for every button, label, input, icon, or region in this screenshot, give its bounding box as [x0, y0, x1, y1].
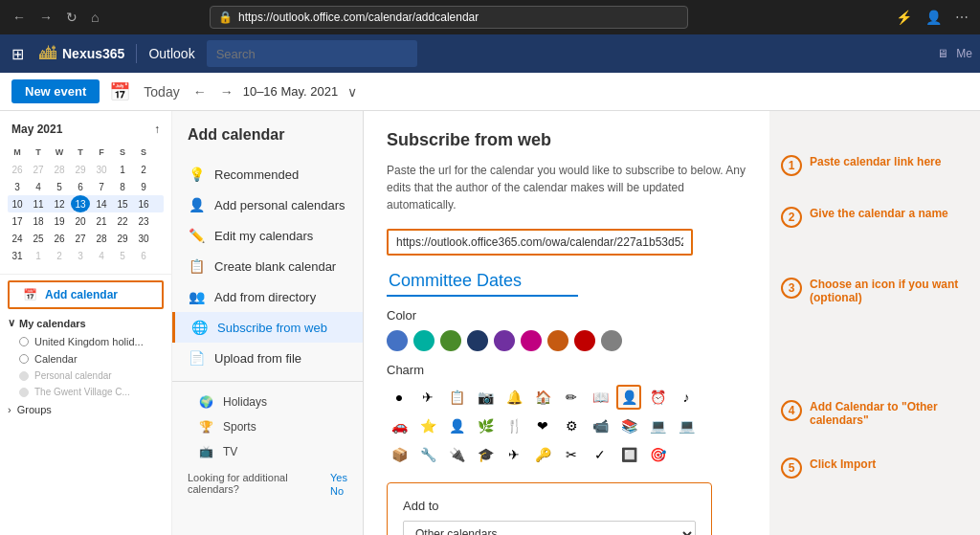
- color-red[interactable]: [574, 330, 595, 351]
- mini-cal-cell[interactable]: 6: [71, 178, 90, 195]
- mini-cal-cell[interactable]: 30: [134, 230, 153, 247]
- refresh-button[interactable]: ↻: [61, 8, 82, 27]
- mini-cal-cell[interactable]: 22: [113, 212, 132, 230]
- calendar-uk-holidays[interactable]: United Kingdom holid...: [0, 333, 171, 350]
- home-button[interactable]: ⌂: [86, 8, 103, 27]
- charm-flight[interactable]: ✈: [501, 442, 526, 467]
- search-input[interactable]: [207, 40, 417, 67]
- sidebar-item-create-blank[interactable]: 📋 Create blank calendar: [172, 251, 363, 281]
- mini-cal-cell[interactable]: 26: [8, 161, 27, 178]
- charm-books[interactable]: 📚: [616, 413, 641, 438]
- sidebar-sub-tv[interactable]: 📺 TV: [172, 439, 363, 464]
- add-calendar-sidebar-button[interactable]: 📅 Add calendar: [8, 280, 164, 309]
- menu-icon[interactable]: ⋯: [951, 8, 972, 27]
- charm-graduation[interactable]: 🎓: [473, 442, 498, 467]
- sidebar-item-subscribe-web[interactable]: 🌐 Subscribe from web: [172, 312, 363, 343]
- charm-dot[interactable]: ●: [387, 385, 412, 410]
- no-link[interactable]: No: [330, 485, 347, 497]
- mini-cal-cell[interactable]: 17: [8, 212, 27, 230]
- charm-cutlery[interactable]: 🍴: [501, 413, 526, 438]
- mini-cal-cell[interactable]: 2: [134, 161, 153, 178]
- charm-target[interactable]: 🎯: [645, 442, 670, 467]
- charm-leaf[interactable]: 🌿: [473, 413, 498, 438]
- mini-cal-cell[interactable]: 8: [113, 178, 132, 195]
- user-menu[interactable]: Me: [956, 47, 972, 60]
- today-button[interactable]: Today: [140, 82, 183, 101]
- mini-cal-cell[interactable]: 27: [71, 230, 90, 247]
- charm-monitor[interactable]: 💻: [645, 413, 670, 438]
- charm-car[interactable]: 🚗: [387, 413, 412, 438]
- add-to-dropdown[interactable]: Other calendars My calendars: [403, 521, 696, 535]
- address-bar[interactable]: 🔒 https://outlook.office.com/calendar/ad…: [210, 6, 688, 29]
- charm-star[interactable]: ⭐: [415, 413, 440, 438]
- charm-square[interactable]: 🔲: [616, 442, 641, 467]
- sidebar-item-upload-file[interactable]: 📄 Upload from file: [172, 343, 363, 373]
- charm-book[interactable]: 📖: [588, 385, 612, 410]
- mini-cal-cell[interactable]: 26: [50, 230, 69, 247]
- mini-cal-cell[interactable]: 23: [134, 212, 153, 230]
- next-week-button[interactable]: →: [216, 82, 237, 101]
- mini-cal-cell[interactable]: 15: [113, 195, 132, 212]
- mini-cal-cell[interactable]: 4: [29, 178, 48, 195]
- mini-cal-cell[interactable]: 18: [29, 212, 48, 230]
- charm-clipboard[interactable]: 📋: [444, 385, 469, 410]
- mini-cal-today[interactable]: 13: [71, 195, 90, 212]
- profile-icon[interactable]: 👤: [922, 8, 946, 27]
- charm-bell[interactable]: 🔔: [501, 385, 526, 410]
- mini-cal-cell[interactable]: 1: [113, 161, 132, 178]
- color-gray[interactable]: [601, 330, 622, 351]
- new-event-button[interactable]: New event: [11, 79, 100, 103]
- color-teal[interactable]: [413, 330, 434, 351]
- back-button[interactable]: ←: [8, 8, 31, 27]
- mini-cal-cell[interactable]: 30: [92, 161, 111, 178]
- groups-section[interactable]: › Groups: [0, 400, 171, 419]
- charm-laptop[interactable]: 💻: [674, 413, 699, 438]
- mini-cal-cell[interactable]: 5: [113, 247, 132, 264]
- sidebar-item-add-personal[interactable]: 👤 Add personal calendars: [172, 189, 363, 220]
- mini-cal-cell[interactable]: 19: [50, 212, 69, 230]
- charm-clock[interactable]: ⏰: [645, 385, 670, 410]
- charm-plane[interactable]: ✈: [415, 385, 440, 410]
- mini-cal-cell[interactable]: 20: [71, 212, 90, 230]
- expand-date-button[interactable]: ∨: [344, 82, 361, 101]
- charm-music[interactable]: ♪: [674, 385, 699, 410]
- mini-cal-cell[interactable]: 10: [8, 195, 27, 212]
- mini-cal-cell[interactable]: 24: [8, 230, 27, 247]
- sidebar-sub-sports[interactable]: 🏆 Sports: [172, 414, 363, 439]
- color-blue[interactable]: [387, 330, 408, 351]
- charm-gear[interactable]: ⚙: [559, 413, 584, 438]
- charm-key[interactable]: 🔑: [530, 442, 555, 467]
- mini-cal-cell[interactable]: 9: [134, 178, 153, 195]
- mini-cal-cell[interactable]: 14: [92, 195, 111, 212]
- mini-cal-cell[interactable]: 11: [29, 195, 48, 212]
- charm-user[interactable]: 👤: [444, 413, 469, 438]
- charm-heart[interactable]: ❤: [530, 413, 555, 438]
- mini-cal-cell[interactable]: 5: [50, 178, 69, 195]
- mini-cal-cell[interactable]: 29: [113, 230, 132, 247]
- mini-cal-cell[interactable]: 3: [71, 247, 90, 264]
- charm-home[interactable]: 🏠: [530, 385, 555, 410]
- charm-person[interactable]: 👤: [616, 385, 641, 410]
- mini-cal-cell[interactable]: 29: [71, 161, 90, 178]
- charm-pencil[interactable]: ✏: [559, 385, 584, 410]
- mini-cal-cell[interactable]: 28: [92, 230, 111, 247]
- yes-link[interactable]: Yes: [330, 472, 347, 483]
- charm-scissors[interactable]: ✂: [559, 442, 584, 467]
- charm-plug[interactable]: 🔌: [444, 442, 469, 467]
- mini-cal-cell[interactable]: 12: [50, 195, 69, 212]
- color-orange[interactable]: [547, 330, 568, 351]
- calendar-name-input[interactable]: [387, 267, 578, 297]
- color-magenta[interactable]: [521, 330, 542, 351]
- calendar-main[interactable]: Calendar: [0, 350, 171, 368]
- color-dark-blue[interactable]: [467, 330, 488, 351]
- charm-tool[interactable]: 🔧: [415, 442, 440, 467]
- prev-week-button[interactable]: ←: [189, 82, 211, 101]
- color-green[interactable]: [440, 330, 461, 351]
- sidebar-item-edit-calendars[interactable]: ✏️ Edit my calendars: [172, 220, 363, 251]
- mini-cal-cell[interactable]: 3: [8, 178, 27, 195]
- forward-button[interactable]: →: [34, 8, 57, 27]
- sidebar-sub-holidays[interactable]: 🌍 Holidays: [172, 390, 363, 414]
- charm-camera[interactable]: 📷: [473, 385, 498, 410]
- mini-cal-cell[interactable]: 31: [8, 247, 27, 264]
- mini-cal-cell[interactable]: 27: [29, 161, 48, 178]
